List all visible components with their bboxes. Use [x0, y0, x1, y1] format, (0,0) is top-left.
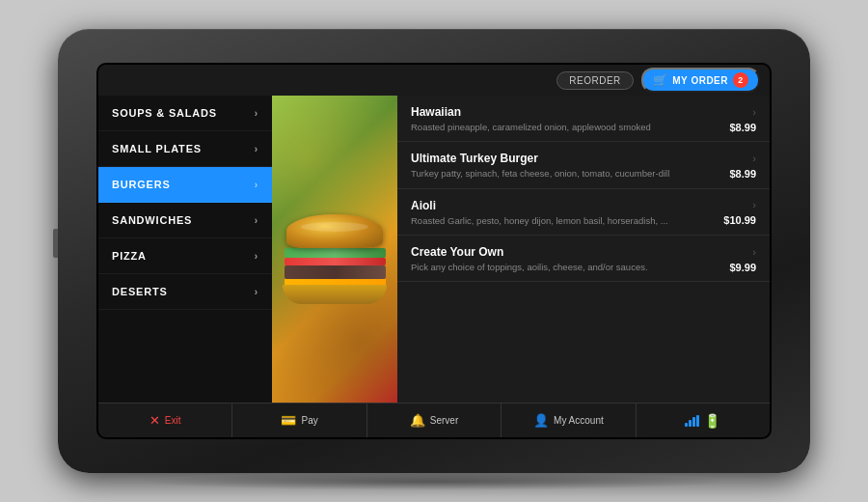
- exit-label: Exit: [165, 415, 181, 426]
- menu-item-hawaiian[interactable]: Hawaiian Roasted pineapple, caramelized …: [397, 96, 770, 142]
- menu-item-desc: Turkey patty, spinach, feta cheese, onio…: [411, 168, 721, 180]
- pay-icon: 💳: [281, 413, 296, 428]
- chevron-icon: ›: [255, 287, 258, 297]
- my-order-label: MY ORDER: [672, 75, 728, 86]
- menu-item-desc: Roasted Garlic, pesto, honey dijon, lemo…: [411, 215, 716, 227]
- account-icon: 👤: [533, 413, 549, 428]
- order-count-badge: 2: [733, 72, 748, 88]
- chevron-right-icon: ›: [752, 199, 756, 210]
- top-bar: REORDER 🛒 MY ORDER 2: [98, 65, 770, 96]
- cheese-layer: [285, 279, 386, 285]
- sidebar-label-pizza: PIZZA: [112, 250, 147, 262]
- menu-item-desc: Roasted pineapple, caramelized onion, ap…: [411, 122, 721, 133]
- sidebar: SOUPS & SALADS › SMALL PLATES › BURGERS …: [98, 96, 272, 403]
- status-icons: 🔋: [637, 404, 770, 437]
- wifi-icon: [685, 415, 699, 427]
- sidebar-label-small-plates: SMALL PLATES: [112, 143, 202, 154]
- chevron-icon: ›: [255, 144, 258, 154]
- server-label: Server: [430, 415, 458, 426]
- chevron-right-icon: ›: [752, 246, 756, 258]
- side-button[interactable]: [53, 229, 58, 258]
- bottom-bar: ✕ Exit 💳 Pay 🔔 Server 👤 My Account: [98, 403, 770, 437]
- menu-item-price: $8.99: [729, 122, 756, 133]
- chevron-icon: ›: [255, 180, 258, 190]
- my-account-button[interactable]: 👤 My Account: [502, 404, 636, 437]
- bun-bottom: [283, 285, 387, 304]
- burger-stack: [282, 214, 388, 304]
- sidebar-item-deserts[interactable]: DESERTS ›: [98, 274, 272, 310]
- menu-item-name: Create Your Own: [411, 245, 721, 259]
- exit-icon: ✕: [149, 413, 160, 428]
- food-image: [272, 96, 397, 403]
- order-icon: 🛒: [653, 73, 668, 87]
- main-content: SOUPS & SALADS › SMALL PLATES › BURGERS …: [98, 96, 770, 403]
- sidebar-label-soups: SOUPS & SALADS: [112, 107, 217, 119]
- menu-item-info: Create Your Own Pick any choice of toppi…: [411, 245, 721, 273]
- menu-item-right: › $10.99: [723, 199, 756, 226]
- menu-item-right: › $9.99: [729, 246, 756, 273]
- my-order-button[interactable]: 🛒 MY ORDER 2: [641, 68, 760, 93]
- menu-item-right: › $8.99: [729, 106, 756, 133]
- sidebar-label-sandwiches: SANDWICHES: [112, 214, 192, 226]
- sidebar-item-soups[interactable]: SOUPS & SALADS ›: [98, 96, 272, 131]
- server-icon: 🔔: [410, 413, 425, 428]
- sidebar-label-deserts: DESERTS: [112, 286, 168, 297]
- tablet-device: REORDER 🛒 MY ORDER 2 SOUPS & SALADS › SM…: [58, 29, 810, 473]
- menu-list: Hawaiian Roasted pineapple, caramelized …: [397, 96, 770, 403]
- menu-item-create-your-own[interactable]: Create Your Own Pick any choice of toppi…: [397, 236, 770, 282]
- exit-button[interactable]: ✕ Exit: [98, 404, 232, 437]
- sidebar-item-sandwiches[interactable]: SANDWICHES ›: [98, 203, 272, 238]
- chevron-icon: ›: [255, 108, 258, 119]
- account-label: My Account: [554, 415, 604, 426]
- menu-item-price: $9.99: [729, 262, 756, 273]
- lettuce-layer: [285, 248, 386, 258]
- server-button[interactable]: 🔔 Server: [367, 404, 502, 437]
- menu-item-info: Hawaiian Roasted pineapple, caramelized …: [411, 105, 721, 133]
- tomato-layer: [285, 258, 386, 265]
- menu-item-right: › $8.99: [729, 153, 756, 180]
- sidebar-item-burgers[interactable]: BURGERS ›: [98, 167, 272, 203]
- menu-item-name: Aioli: [411, 199, 716, 212]
- chevron-right-icon: ›: [752, 106, 756, 118]
- battery-icon: 🔋: [704, 413, 720, 429]
- menu-item-info: Aioli Roasted Garlic, pesto, honey dijon…: [411, 199, 716, 227]
- menu-item-info: Ultimate Turkey Burger Turkey patty, spi…: [411, 152, 721, 180]
- menu-item-aioli[interactable]: Aioli Roasted Garlic, pesto, honey dijon…: [397, 189, 770, 236]
- burger-visual: [272, 96, 397, 403]
- pay-button[interactable]: 💳 Pay: [232, 404, 366, 437]
- menu-item-name: Hawaiian: [411, 105, 721, 119]
- menu-item-name: Ultimate Turkey Burger: [411, 152, 721, 165]
- menu-item-price: $8.99: [729, 168, 756, 180]
- sidebar-item-pizza[interactable]: PIZZA ›: [98, 238, 272, 274]
- menu-item-turkey[interactable]: Ultimate Turkey Burger Turkey patty, spi…: [397, 142, 770, 188]
- menu-item-desc: Pick any choice of toppings, aoilis, che…: [411, 262, 721, 273]
- bun-top: [286, 214, 383, 248]
- pay-label: Pay: [301, 415, 317, 426]
- reorder-button[interactable]: REORDER: [556, 71, 634, 90]
- sidebar-label-burgers: BURGERS: [112, 179, 171, 190]
- chevron-right-icon: ›: [752, 153, 756, 164]
- screen: REORDER 🛒 MY ORDER 2 SOUPS & SALADS › SM…: [96, 63, 772, 439]
- chevron-icon: ›: [255, 215, 258, 226]
- chevron-icon: ›: [255, 251, 258, 262]
- menu-item-price: $10.99: [723, 214, 756, 226]
- patty-layer: [285, 265, 386, 279]
- sidebar-item-small-plates[interactable]: SMALL PLATES ›: [98, 131, 272, 167]
